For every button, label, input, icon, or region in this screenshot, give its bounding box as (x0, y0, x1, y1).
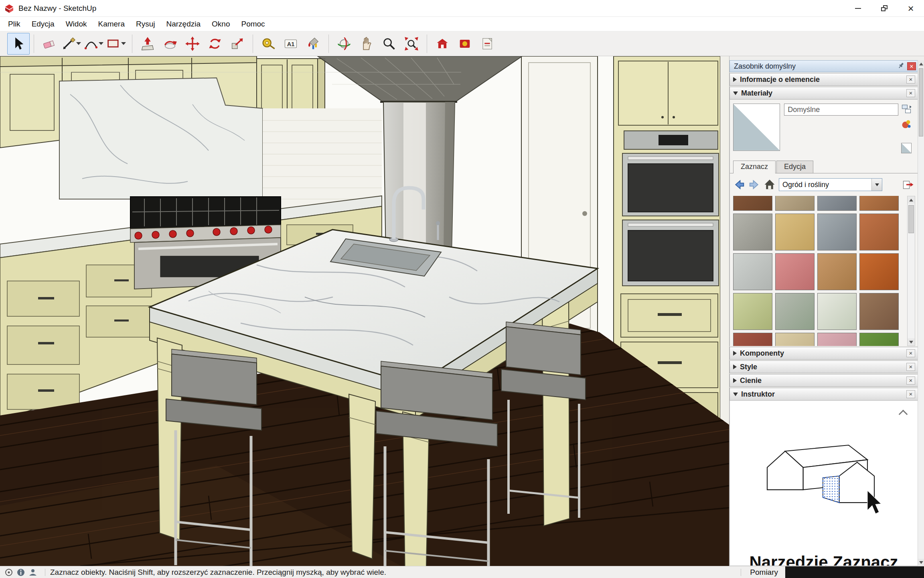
tape-measure-icon (261, 36, 276, 51)
material-swatch-cobblestone-orange[interactable] (859, 253, 899, 290)
material-preview[interactable] (733, 104, 780, 151)
section-styles[interactable]: Style × (729, 360, 918, 373)
menu-widok[interactable]: Widok (60, 18, 93, 31)
menu-narzedzia[interactable]: Narzędzia (161, 18, 207, 31)
restore-button[interactable] (871, 0, 898, 16)
menu-rysuj[interactable]: Rysuj (130, 18, 161, 31)
dropdown-button[interactable] (871, 179, 882, 191)
material-name-input[interactable] (784, 104, 898, 116)
minimize-button[interactable] (845, 0, 871, 16)
material-swatch-granite-brown[interactable] (859, 293, 899, 330)
tray-close-button[interactable]: × (907, 62, 916, 70)
material-swatch-pavers-tan[interactable] (859, 196, 899, 211)
paint-bucket-tool-button[interactable] (302, 33, 324, 55)
arc-dropdown-icon[interactable] (99, 42, 103, 45)
material-collection-dropdown[interactable]: Ogród i rośliny (779, 178, 882, 191)
material-swatch-gravel-gray[interactable] (733, 214, 772, 250)
orbit-refresh-tool-button[interactable] (204, 33, 226, 55)
tape-measure-tool-button[interactable] (257, 33, 280, 55)
material-swatch-gravel-brown[interactable] (733, 196, 772, 211)
material-swatch-pavers-white-grass[interactable] (817, 293, 857, 330)
section-entity-info[interactable]: Informacje o elemencie × (729, 73, 918, 86)
layout-export-button[interactable] (476, 33, 498, 55)
dimension-text-tool-button[interactable]: A1 (280, 33, 302, 55)
material-swatch-sand[interactable] (775, 214, 815, 250)
section-close-button[interactable]: × (906, 89, 915, 97)
section-materials[interactable]: Materiały × (729, 87, 918, 100)
info-icon[interactable] (16, 568, 26, 577)
close-button[interactable]: × (898, 0, 924, 16)
measurements-input[interactable] (785, 566, 924, 578)
section-close-button[interactable]: × (906, 377, 915, 385)
create-material-icon[interactable] (901, 119, 912, 130)
menu-kamera[interactable]: Kamera (92, 18, 130, 31)
scroll-up-button[interactable] (908, 196, 915, 204)
rectangle-tool-button[interactable] (105, 33, 128, 55)
rotate-tool-button[interactable] (159, 33, 181, 55)
scrollbar-thumb[interactable] (919, 68, 923, 136)
select-tool-button[interactable] (7, 33, 30, 55)
arc-tool-button[interactable] (83, 33, 105, 55)
material-swatch-concrete[interactable] (733, 253, 772, 290)
user-icon[interactable] (28, 568, 38, 577)
menu-plik[interactable]: Plik (2, 18, 26, 31)
tray-title-bar[interactable]: Zasobnik domyślny × (729, 60, 918, 72)
chevron-up-icon[interactable] (899, 410, 908, 419)
move-tool-button[interactable] (181, 33, 204, 55)
zoom-extents-tool-button[interactable] (400, 33, 423, 55)
section-instructor[interactable]: Instruktor × (729, 388, 918, 401)
scrollbar-thumb[interactable] (908, 205, 914, 233)
rotate-icon (162, 36, 178, 51)
material-swatch-pavers-terracotta[interactable] (859, 214, 899, 250)
menu-edycja[interactable]: Edycja (26, 18, 60, 31)
back-button[interactable] (733, 179, 745, 191)
geolocation-icon[interactable] (4, 568, 14, 577)
material-swatch-granite-gray[interactable] (817, 196, 857, 211)
section-close-button[interactable]: × (906, 390, 915, 398)
materials-scrollbar[interactable] (907, 196, 915, 346)
material-swatch-pavers-pink[interactable] (775, 253, 815, 290)
material-swatch-stone-red[interactable] (733, 333, 772, 346)
section-shadows[interactable]: Cienie × (729, 374, 918, 387)
tab-edycja[interactable]: Edycja (776, 161, 813, 173)
extension-warehouse-button[interactable] (454, 33, 476, 55)
material-swatch-gravel-green[interactable] (733, 293, 772, 330)
secondary-pane-toggle-icon[interactable] (901, 104, 912, 115)
line-dropdown-icon[interactable] (76, 42, 81, 45)
section-components[interactable]: Komponenty × (729, 347, 918, 360)
kitchen-scene[interactable] (0, 56, 729, 566)
section-close-button[interactable]: × (906, 349, 915, 357)
pin-tray-button[interactable] (898, 62, 905, 71)
material-swatch-stone-tan[interactable] (775, 333, 815, 346)
material-swatch-stone-blocks[interactable] (817, 214, 857, 250)
scroll-down-button[interactable] (908, 338, 915, 346)
section-close-button[interactable]: × (906, 363, 915, 371)
eraser-tool-button[interactable] (38, 33, 61, 55)
material-swatch-pavers-brick[interactable] (817, 253, 857, 290)
scale-tool-button[interactable] (226, 33, 249, 55)
orbit-tool-button[interactable] (333, 33, 355, 55)
push-pull-tool-button[interactable] (136, 33, 159, 55)
menu-pomoc[interactable]: Pomoc (235, 18, 270, 31)
viewport-3d[interactable] (0, 56, 729, 566)
3d-warehouse-button[interactable] (431, 33, 454, 55)
section-close-button[interactable]: × (906, 75, 915, 83)
line-tool-button[interactable] (61, 33, 83, 55)
scroll-down-button[interactable] (918, 559, 924, 566)
pan-tool-button[interactable] (355, 33, 378, 55)
sample-paint-button[interactable] (902, 179, 914, 191)
scroll-up-button[interactable] (918, 60, 924, 67)
rectangle-dropdown-icon[interactable] (121, 42, 126, 45)
material-swatch-pavers-grass-joints[interactable] (775, 293, 815, 330)
material-swatch-grass[interactable] (859, 333, 899, 346)
forward-button[interactable] (748, 179, 760, 191)
zoom-tool-button[interactable] (378, 33, 400, 55)
svg-text:A1: A1 (287, 41, 295, 47)
tray-scrollbar[interactable] (918, 60, 924, 566)
arrow-up-icon (919, 63, 923, 65)
material-swatch-quartz-pink[interactable] (817, 333, 857, 346)
tab-zaznacz[interactable]: Zaznacz (733, 161, 776, 173)
menu-okno[interactable]: Okno (206, 18, 235, 31)
home-button[interactable] (764, 179, 776, 191)
material-swatch-pebbles[interactable] (775, 196, 815, 211)
